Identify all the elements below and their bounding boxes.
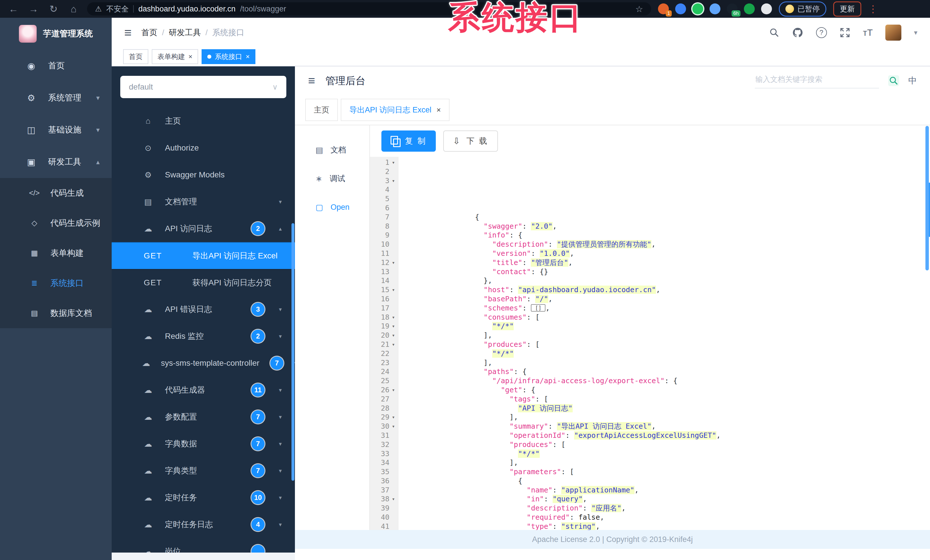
language-icon[interactable]: 中	[908, 75, 917, 87]
fold-arrow-icon[interactable]: ▾	[390, 313, 397, 322]
extension-icon[interactable]: 6h	[727, 3, 738, 14]
doc-tab[interactable]: 主页 ×	[305, 99, 338, 121]
doc-search-icon[interactable]	[888, 75, 899, 86]
fold-arrow-icon[interactable]: ▾	[390, 385, 397, 394]
line-number: 21	[381, 340, 390, 349]
swagger-menu-item[interactable]: ☁ Redis 监控 2 ▾	[112, 323, 295, 350]
close-icon[interactable]: ×	[437, 106, 441, 115]
code-token: ,	[568, 258, 573, 267]
sidebar-subitem-label: 系统接口	[51, 278, 84, 289]
code-editor[interactable]: 1 ▾ 2 ▾ 3 ▾ 4 ▾ 5 ▾	[370, 157, 930, 530]
swagger-menu-item[interactable]: ☁ 定时任务日志 4 ▾	[112, 511, 295, 538]
mini-nav-item[interactable]: ▤ 文档	[295, 136, 370, 164]
swagger-menu-item[interactable]: ☁ 参数配置 7 ▾	[112, 404, 295, 430]
code-token: "applicationName"	[561, 486, 634, 494]
fold-arrow-icon[interactable]: ▾	[390, 340, 397, 349]
code-token: :	[553, 486, 561, 494]
tags-view-tab[interactable]: 表单构建 ×	[152, 49, 198, 64]
breadcrumb-item[interactable]: 研发工具 /	[169, 27, 208, 38]
logo-row[interactable]: 芋道管理系统	[0, 18, 112, 50]
hamburger-icon[interactable]: ≡	[124, 26, 132, 40]
sidebar-subitem[interactable]: ▤ 数据库文档	[0, 298, 112, 328]
tags-view-tab[interactable]: 系统接口 ×	[202, 49, 256, 64]
close-icon[interactable]: ×	[246, 53, 250, 61]
fold-arrow-icon[interactable]: ▾	[390, 422, 397, 431]
collapse-menu-icon[interactable]: ≡	[308, 74, 315, 87]
api-group-select[interactable]: default ∨	[120, 76, 286, 98]
fold-arrow-icon[interactable]: ▾	[390, 158, 397, 167]
mini-nav-item[interactable]: ∗ 调试	[295, 164, 370, 193]
doc-tab[interactable]: 导出API 访问日志 Excel ×	[341, 99, 450, 121]
line-number: 35	[381, 467, 390, 476]
search-icon[interactable]	[769, 28, 779, 38]
copy-button[interactable]: 复 制	[381, 130, 436, 152]
tags-view-tab[interactable]: 首页 ×	[123, 49, 148, 64]
swagger-menu-item[interactable]: ☁ 代码生成器 11 ▾	[112, 377, 295, 404]
code-token: "description"	[492, 240, 548, 249]
sidebar-subitem[interactable]: ≣ 系统接口	[0, 268, 112, 298]
sidebar-subitem[interactable]: </> 代码生成	[0, 178, 112, 208]
fold-arrow-icon[interactable]: ▾	[390, 331, 397, 340]
extension-icon[interactable]	[710, 3, 721, 14]
browser-menu-icon[interactable]: ⋮	[868, 3, 878, 15]
download-button[interactable]: ⇩ 下 载	[443, 130, 498, 152]
avatar[interactable]	[885, 25, 901, 41]
bookmark-star-icon[interactable]: ☆	[635, 4, 643, 14]
swagger-menu-item[interactable]: ⚙ Swagger Models	[112, 161, 295, 188]
fold-arrow-icon[interactable]: ▾	[390, 322, 397, 331]
swagger-menu-item[interactable]: ☁ 定时任务 10 ▾	[112, 484, 295, 511]
swagger-menu-item[interactable]: ⊙ Authorize	[112, 135, 295, 161]
browser-home-icon[interactable]: ⌂	[67, 3, 80, 15]
sidebar-scrollbar-thumb[interactable]	[291, 223, 294, 481]
breadcrumb-item[interactable]: 首页 /	[142, 27, 164, 38]
extension-icon[interactable]	[692, 3, 703, 14]
extension-icon[interactable]	[744, 3, 755, 14]
help-icon[interactable]: ?	[816, 27, 827, 38]
mini-nav-item[interactable]: ▢ Open	[295, 193, 370, 221]
fold-arrow-icon[interactable]: ▾	[390, 413, 397, 422]
browser-reload-icon[interactable]: ↻	[47, 3, 60, 15]
fold-arrow-icon[interactable]: ▾	[390, 494, 397, 504]
code-area[interactable]: { "swagger": "2.0", "info": {	[399, 157, 930, 530]
doc-search-input[interactable]	[755, 73, 879, 88]
page-scrollbar-thumb[interactable]	[925, 126, 929, 270]
swagger-menu-item[interactable]: ☁ API 访问日志 2 ▴	[112, 215, 295, 242]
browser-forward-icon[interactable]: →	[27, 3, 40, 15]
caret-down-icon[interactable]: ▾	[914, 29, 918, 37]
swagger-menu-item[interactable]: ☁ 字典数据 7 ▾	[112, 430, 295, 457]
sidebar-item[interactable]: ◉ 首页	[0, 50, 112, 82]
breadcrumb-item[interactable]: 系统接口 /	[212, 27, 244, 38]
sidebar-horizontal-scrollbar[interactable]	[112, 552, 295, 560]
api-operation-item[interactable]: GET 获得API 访问日志分页	[112, 269, 295, 296]
extension-icon[interactable]	[675, 3, 686, 14]
fold-arrow-icon[interactable]: ▾	[390, 176, 397, 186]
github-icon[interactable]	[792, 27, 804, 38]
code-token: "description"	[527, 504, 583, 512]
fullscreen-icon[interactable]	[839, 27, 850, 38]
font-size-icon[interactable]: тT	[863, 28, 873, 38]
gutter-line: 12 ▾	[370, 258, 399, 267]
sidebar-item[interactable]: ▣ 研发工具 ▴	[0, 146, 112, 178]
menu-item-label: 主页	[165, 116, 181, 126]
fold-arrow-icon[interactable]: ▾	[390, 285, 397, 295]
code-token: :	[531, 249, 539, 258]
tab-label: 首页	[129, 52, 143, 61]
browser-update-button[interactable]: 更新	[833, 2, 861, 17]
line-number: 36	[381, 476, 390, 486]
swagger-menu-item[interactable]: ☁ API 错误日志 3 ▾	[112, 296, 295, 323]
sidebar-subitem[interactable]: ▦ 表单构建	[0, 238, 112, 268]
sidebar-item[interactable]: ◫ 基础设施 ▾	[0, 114, 112, 146]
paused-extension-pill[interactable]: 已暂停	[779, 2, 826, 17]
swagger-menu-item[interactable]: ☁ sys-sms-template-controller 7 ▾	[112, 350, 295, 377]
extension-icon[interactable]: 1	[658, 3, 669, 14]
api-operation-item[interactable]: GET 导出API 访问日志 Excel	[112, 242, 295, 269]
browser-back-icon[interactable]: ←	[7, 3, 20, 15]
sidebar-subitem[interactable]: ◇ 代码生成示例	[0, 208, 112, 238]
fold-arrow-icon[interactable]: ▾	[390, 258, 397, 267]
sidebar-item[interactable]: ⚙ 系统管理 ▾	[0, 82, 112, 114]
extension-icon[interactable]	[761, 3, 772, 14]
swagger-menu-item[interactable]: ▤ 文档管理 ▾	[112, 188, 295, 215]
swagger-menu-item[interactable]: ☁ 字典类型 7 ▾	[112, 457, 295, 484]
swagger-menu-item[interactable]: ⌂ 主页	[112, 107, 295, 135]
close-icon[interactable]: ×	[188, 53, 192, 61]
